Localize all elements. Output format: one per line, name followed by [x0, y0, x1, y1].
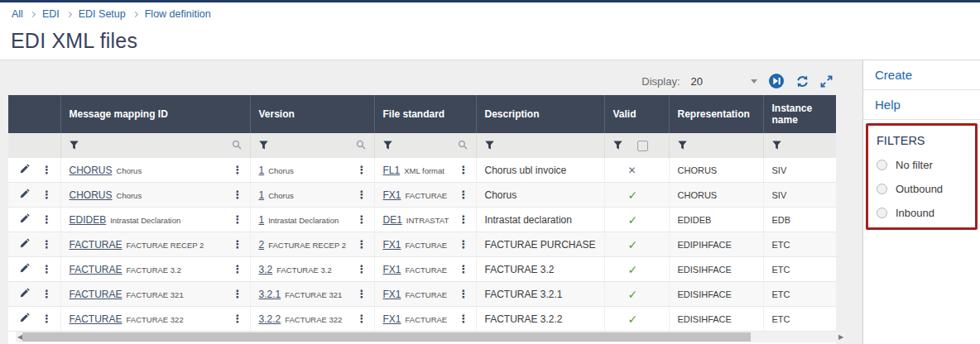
- edit-icon[interactable]: [19, 188, 31, 202]
- horizontal-scrollbar[interactable]: ◀ ▶: [16, 332, 845, 342]
- cell-actions-icon[interactable]: ⋮: [357, 165, 368, 175]
- row-actions-icon[interactable]: ⋮: [41, 214, 52, 225]
- edit-icon[interactable]: [19, 262, 31, 276]
- column-header-description[interactable]: Description: [476, 95, 604, 133]
- version-link[interactable]: 1: [259, 214, 265, 226]
- edit-icon[interactable]: [19, 213, 31, 227]
- table-row[interactable]: ⋮ FACTURAEFACTURAE 322⋮ 3.2.2FACTURAE 32…: [8, 307, 836, 332]
- cell-actions-icon[interactable]: ⋮: [459, 165, 469, 175]
- display-count-value[interactable]: 20: [691, 75, 703, 88]
- cell-actions-icon[interactable]: ⋮: [233, 239, 243, 250]
- row-actions-icon[interactable]: ⋮: [41, 239, 52, 250]
- mapping-id-link[interactable]: FACTURAE: [70, 239, 122, 251]
- breadcrumb-item-edi[interactable]: EDI: [42, 8, 60, 20]
- cell-actions-icon[interactable]: ⋮: [233, 214, 243, 225]
- help-button[interactable]: Help: [863, 90, 980, 120]
- file-standard-link[interactable]: FX1: [383, 264, 401, 275]
- version-link[interactable]: 1: [259, 189, 265, 201]
- go-to-last-page-icon[interactable]: [768, 73, 785, 89]
- radio-icon[interactable]: [877, 208, 887, 218]
- row-actions-icon[interactable]: ⋮: [41, 264, 52, 275]
- search-icon[interactable]: [356, 138, 366, 153]
- filter-funnel-icon[interactable]: [259, 141, 268, 150]
- cell-actions-icon[interactable]: ⋮: [459, 313, 469, 324]
- radio-icon[interactable]: [877, 184, 887, 194]
- table-row[interactable]: ⋮ FACTURAEFACTURAE RECEP 2⋮ 2FACTURAE RE…: [8, 232, 836, 257]
- row-actions-icon[interactable]: ⋮: [41, 313, 52, 324]
- column-header-valid[interactable]: Valid: [604, 95, 669, 133]
- mapping-id-link[interactable]: FACTURAE: [70, 289, 122, 300]
- table-row[interactable]: ⋮ FACTURAEFACTURAE 3.2⋮ 3.2FACTURAE 3.2⋮…: [8, 257, 836, 282]
- cell-actions-icon[interactable]: ⋮: [233, 165, 243, 175]
- filter-option-no-filter[interactable]: No filter: [877, 159, 972, 171]
- cell-actions-icon[interactable]: ⋮: [357, 264, 368, 275]
- row-actions-icon[interactable]: ⋮: [41, 189, 52, 200]
- edit-icon[interactable]: [19, 163, 31, 177]
- cell-actions-icon[interactable]: ⋮: [459, 214, 469, 225]
- filter-option-inbound[interactable]: Inbound: [877, 207, 972, 219]
- filter-funnel-icon[interactable]: [678, 141, 755, 150]
- cell-actions-icon[interactable]: ⋮: [233, 289, 243, 299]
- table-row[interactable]: ⋮ EDIDEBIntrastat Declaration⋮ 1Intrasta…: [8, 208, 836, 232]
- refresh-icon[interactable]: [795, 74, 809, 88]
- radio-icon[interactable]: [877, 160, 887, 170]
- mapping-id-link[interactable]: CHORUS: [70, 189, 113, 201]
- search-icon[interactable]: [458, 138, 468, 153]
- cell-actions-icon[interactable]: ⋮: [459, 189, 469, 200]
- file-standard-link[interactable]: DE1: [383, 214, 402, 226]
- row-actions-icon[interactable]: ⋮: [41, 289, 52, 299]
- filter-funnel-icon[interactable]: [383, 141, 392, 150]
- breadcrumb-item-all[interactable]: All: [12, 8, 23, 20]
- cell-actions-icon[interactable]: ⋮: [459, 264, 469, 275]
- cell-actions-icon[interactable]: ⋮: [233, 313, 243, 324]
- mapping-id-link[interactable]: EDIDEB: [70, 214, 107, 226]
- table-row[interactable]: ⋮ CHORUSChorus⋮ 1Chorus⋮ FL1XML format⋮ …: [8, 158, 836, 183]
- file-standard-link[interactable]: FX1: [383, 189, 401, 201]
- create-button[interactable]: Create: [863, 60, 980, 90]
- version-link[interactable]: 2: [259, 239, 265, 251]
- cell-actions-icon[interactable]: ⋮: [459, 289, 469, 299]
- cell-actions-icon[interactable]: ⋮: [357, 289, 368, 299]
- version-link[interactable]: 3.2.1: [259, 289, 281, 300]
- edit-icon[interactable]: [19, 287, 31, 301]
- cell-actions-icon[interactable]: ⋮: [357, 214, 368, 225]
- search-icon[interactable]: [232, 138, 242, 153]
- column-header-representation[interactable]: Representation: [669, 95, 763, 133]
- cell-actions-icon[interactable]: ⋮: [357, 189, 368, 200]
- breadcrumb-item-edi-setup[interactable]: EDI Setup: [79, 8, 126, 20]
- version-link[interactable]: 3.2.2: [259, 313, 281, 325]
- fullscreen-expand-icon[interactable]: [820, 75, 833, 88]
- cell-actions-icon[interactable]: ⋮: [357, 313, 368, 324]
- file-standard-link[interactable]: FX1: [383, 289, 401, 300]
- scrollbar-thumb[interactable]: [22, 332, 751, 342]
- mapping-id-link[interactable]: FACTURAE: [70, 313, 122, 325]
- file-standard-link[interactable]: FX1: [383, 239, 401, 251]
- filter-funnel-icon[interactable]: [613, 141, 661, 151]
- breadcrumb-item-flow-definition[interactable]: Flow definition: [145, 8, 211, 20]
- filter-funnel-icon[interactable]: [70, 141, 79, 150]
- column-header-message-mapping-id[interactable]: Message mapping ID: [60, 95, 250, 133]
- display-dropdown-caret-icon[interactable]: [751, 79, 757, 84]
- cell-actions-icon[interactable]: ⋮: [233, 264, 243, 275]
- filter-funnel-icon[interactable]: [485, 141, 596, 150]
- column-header-instance-name[interactable]: Instance name: [763, 95, 836, 133]
- mapping-id-link[interactable]: FACTURAE: [70, 264, 122, 275]
- mapping-id-link[interactable]: CHORUS: [70, 165, 113, 176]
- row-actions-icon[interactable]: ⋮: [41, 165, 52, 175]
- cell-actions-icon[interactable]: ⋮: [357, 239, 368, 250]
- column-header-file-standard[interactable]: File standard: [374, 95, 476, 133]
- file-standard-link[interactable]: FL1: [383, 165, 401, 176]
- filter-option-outbound[interactable]: Outbound: [877, 183, 972, 195]
- column-header-version[interactable]: Version: [250, 95, 374, 133]
- table-row[interactable]: ⋮ FACTURAEFACTURAE 321⋮ 3.2.1FACTURAE 32…: [8, 282, 836, 307]
- table-row[interactable]: ⋮ CHORUSChorus⋮ 1Chorus⋮ FX1FACTURAE⋮ Ch…: [8, 183, 836, 208]
- file-standard-link[interactable]: FX1: [383, 313, 401, 325]
- version-link[interactable]: 1: [259, 165, 265, 176]
- cell-actions-icon[interactable]: ⋮: [459, 239, 469, 250]
- filter-funnel-icon[interactable]: [772, 141, 829, 150]
- version-link[interactable]: 3.2: [259, 264, 273, 275]
- valid-filter-checkbox[interactable]: [637, 141, 648, 151]
- scroll-right-arrow-icon[interactable]: ▶: [837, 332, 845, 342]
- edit-icon[interactable]: [19, 237, 31, 251]
- edit-icon[interactable]: [19, 312, 31, 326]
